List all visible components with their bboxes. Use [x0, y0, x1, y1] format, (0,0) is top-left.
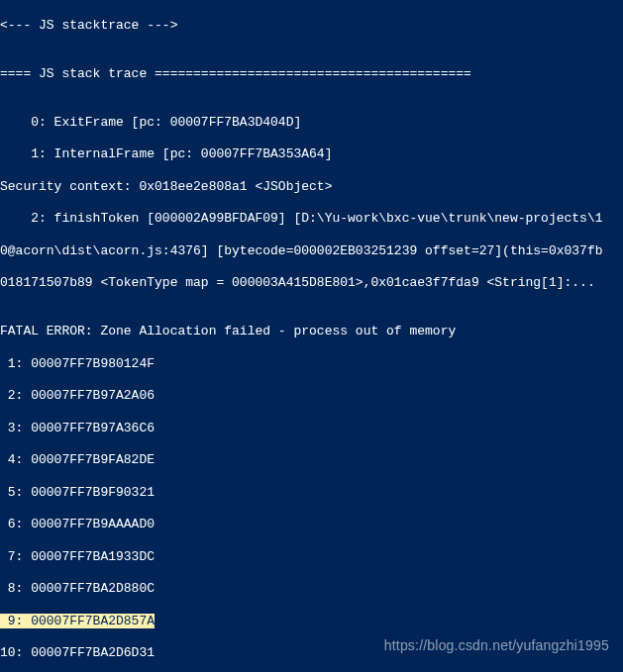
security-context: Security context: 0x018ee2e808a1 <JSObje…: [0, 179, 623, 195]
terminal-output[interactable]: <--- JS stacktrace ---> ==== JS stack tr…: [0, 2, 623, 672]
stack-entry: 3: 00007FF7B97A36C6: [0, 421, 623, 436]
watermark: https://blog.csdn.net/yufangzhi1995: [384, 637, 609, 655]
stack-entry: 4: 00007FF7B9FA82DE: [0, 452, 623, 468]
stack-entry: 6: 00007FF7B9AAAAD0: [0, 517, 623, 532]
selected-text: 9: 00007FF7BA2D857A: [0, 614, 155, 628]
stack-entry: 8: 00007FF7BA2D880C: [0, 581, 623, 597]
frame-2: 2: finishToken [000002A99BFDAF09] [D:\Yu…: [0, 211, 623, 227]
acorn-line: 0@acorn\dist\acorn.js:4376] [bytecode=00…: [0, 243, 623, 259]
stack-entry: 2: 00007FF7B97A2A06: [0, 388, 623, 404]
stack-entry: 7: 00007FF7BA1933DC: [0, 549, 623, 565]
stacktrace-header: <--- JS stacktrace --->: [0, 18, 623, 34]
stack-entry: 1: 00007FF7B980124F: [0, 356, 623, 372]
stack-entry: 9: 00007FF7BA2D857A: [0, 614, 623, 629]
frame-0: 0: ExitFrame [pc: 00007FF7BA3D404D]: [0, 115, 623, 131]
frame-1: 1: InternalFrame [pc: 00007FF7BA353A64]: [0, 146, 623, 162]
fatal-error: FATAL ERROR: Zone Allocation failed - pr…: [0, 324, 623, 339]
tokentype-line: 018171507b89 <TokenType map = 000003A415…: [0, 275, 623, 291]
trace-header: ==== JS stack trace ====================…: [0, 66, 623, 82]
stack-entry: 5: 00007FF7B9F90321: [0, 485, 623, 501]
